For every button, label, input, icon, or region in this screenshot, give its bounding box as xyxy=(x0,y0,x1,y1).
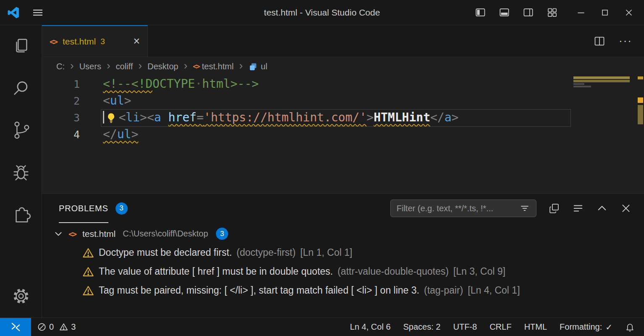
problems-status[interactable]: 0 3 xyxy=(31,322,82,332)
warning-mark xyxy=(638,97,643,103)
chevron-right-icon: › xyxy=(239,60,243,71)
extensions-icon[interactable] xyxy=(11,203,32,224)
code-token xyxy=(161,110,168,124)
html-file-icon: <> xyxy=(68,229,77,239)
view-mode-icon[interactable] xyxy=(548,202,560,215)
tab-problems[interactable]: PROBLEMS 3 xyxy=(59,194,128,223)
breadcrumb-item-test-html[interactable]: <>test.html xyxy=(193,62,234,71)
toggle-primary-sidebar-icon[interactable] xyxy=(474,7,486,18)
indentation-status[interactable]: Spaces: 2 xyxy=(397,322,447,332)
minimize-button[interactable] xyxy=(575,7,587,18)
maximize-panel-icon[interactable] xyxy=(596,202,608,215)
code-token: href xyxy=(168,110,197,124)
problems-filter xyxy=(390,200,536,217)
code-token: a xyxy=(154,110,161,124)
close-window-button[interactable] xyxy=(623,7,635,18)
problems-count-badge: 3 xyxy=(116,202,128,215)
settings-gear-icon[interactable] xyxy=(11,286,32,307)
language-mode[interactable]: HTML xyxy=(518,322,553,332)
vscode-logo xyxy=(8,7,19,18)
warning-mark xyxy=(638,105,643,124)
breadcrumb-label: coliff xyxy=(116,62,133,71)
problem-rule: (attr-value-double-quotes) xyxy=(337,266,449,277)
breadcrumb-item-coliff[interactable]: coliff xyxy=(116,62,133,71)
code-token: </ xyxy=(103,127,117,141)
code-text[interactable]: <li><a href='https://htmlhint.com/'>HTML… xyxy=(103,109,459,126)
editor-group: <> test.html 3 × ··· C:›Users›coliff›Des… xyxy=(42,25,644,318)
activity-bar xyxy=(0,25,42,318)
breadcrumb-label: Desktop xyxy=(147,62,178,71)
breadcrumb-item-ul[interactable]: ul xyxy=(248,62,268,71)
code-text[interactable]: <ul> xyxy=(103,92,131,109)
warning-icon xyxy=(82,247,94,259)
code-token: li xyxy=(126,110,140,124)
code-token: < xyxy=(103,94,110,108)
problems-file-row[interactable]: <> test.html C:\Users\coliff\Desktop 3 xyxy=(42,224,644,243)
toggle-panel-icon[interactable] xyxy=(498,7,510,18)
problem-position: [Ln 1, Col 1] xyxy=(300,247,352,258)
cursor-position[interactable]: Ln 4, Col 6 xyxy=(344,322,397,332)
explorer-icon[interactable] xyxy=(11,36,32,57)
problem-row[interactable]: Tag must be paired, missing: [ </li> ], … xyxy=(42,281,644,300)
tab-test-html[interactable]: <> test.html 3 × xyxy=(42,25,148,57)
problem-position: [Ln 3, Col 9] xyxy=(453,266,505,277)
tab-close-icon[interactable]: × xyxy=(133,36,140,47)
error-icon xyxy=(37,323,46,331)
code-line[interactable]: 4</ul> xyxy=(42,126,644,143)
problem-message: Tag must be paired, missing: [ </li> ], … xyxy=(99,285,419,296)
source-control-icon[interactable] xyxy=(11,119,32,140)
split-editor-icon[interactable] xyxy=(594,35,605,47)
breadcrumb-item-users[interactable]: Users xyxy=(79,62,101,71)
encoding-status[interactable]: UTF-8 xyxy=(447,322,484,332)
chevron-right-icon: › xyxy=(138,60,142,71)
code-line[interactable]: 1<!--<!DOCTYPE·html>--> xyxy=(42,76,644,92)
notifications-bell-icon[interactable] xyxy=(619,322,644,332)
breadcrumb-item-c-[interactable]: C: xyxy=(56,62,65,71)
menu-icon[interactable] xyxy=(32,7,44,18)
formatting-status[interactable]: Formatting: ✓ xyxy=(553,322,619,332)
line-number: 2 xyxy=(42,95,103,107)
minimap[interactable] xyxy=(573,76,632,193)
run-debug-icon[interactable] xyxy=(11,162,32,183)
eol-status[interactable]: CRLF xyxy=(483,322,518,332)
breadcrumb: C:›Users›coliff›Desktop›<>test.html›ul xyxy=(42,57,644,76)
symbol-ul-icon xyxy=(248,62,258,71)
code-token: 'https://htmlhint.com/' xyxy=(204,110,367,124)
code-text[interactable]: </ul> xyxy=(103,126,138,143)
remote-indicator[interactable] xyxy=(0,318,31,336)
problem-row[interactable]: Doctype must be declared first.(doctype-… xyxy=(42,243,644,262)
problem-row[interactable]: The value of attribute [ href ] must be … xyxy=(42,262,644,281)
line-number: 4 xyxy=(42,129,103,141)
more-actions-icon[interactable]: ··· xyxy=(619,34,632,47)
warning-count: 3 xyxy=(71,322,76,332)
breadcrumb-item-desktop[interactable]: Desktop xyxy=(147,62,178,71)
maximize-button[interactable] xyxy=(599,7,611,18)
chevron-down-icon[interactable] xyxy=(54,229,63,239)
code-token: > xyxy=(131,127,138,141)
code-token: > xyxy=(367,110,374,124)
problems-file-name: test.html xyxy=(82,229,116,239)
filter-icon xyxy=(518,202,531,215)
code-line[interactable]: 3<li><a href='https://htmlhint.com/'>HTM… xyxy=(42,109,644,126)
tab-label: test.html xyxy=(63,37,96,47)
code-editor[interactable]: 1<!--<!DOCTYPE·html>-->2<ul>3<li><a href… xyxy=(42,76,644,193)
chevron-right-icon: › xyxy=(107,60,110,71)
problems-filter-input[interactable] xyxy=(396,203,515,214)
warning-icon xyxy=(59,323,68,331)
breadcrumb-label: C: xyxy=(56,62,65,71)
close-panel-icon[interactable] xyxy=(620,202,632,215)
toggle-secondary-sidebar-icon[interactable] xyxy=(522,7,534,18)
breadcrumb-label: Users xyxy=(79,62,101,71)
collapse-all-icon[interactable] xyxy=(572,202,584,215)
search-icon[interactable] xyxy=(11,78,32,99)
problem-rule: (doctype-first) xyxy=(237,247,296,258)
code-line[interactable]: 2<ul> xyxy=(42,92,644,109)
lightbulb-icon[interactable] xyxy=(105,112,117,123)
minimap-line xyxy=(573,86,591,87)
warning-icon xyxy=(82,285,94,297)
code-text[interactable]: <!--<!DOCTYPE·html>--> xyxy=(103,76,259,92)
code-token: ul xyxy=(117,127,131,141)
tab-problem-badge: 3 xyxy=(100,37,105,46)
breadcrumb-label: test.html xyxy=(202,62,234,71)
customize-layout-icon[interactable] xyxy=(546,7,558,18)
